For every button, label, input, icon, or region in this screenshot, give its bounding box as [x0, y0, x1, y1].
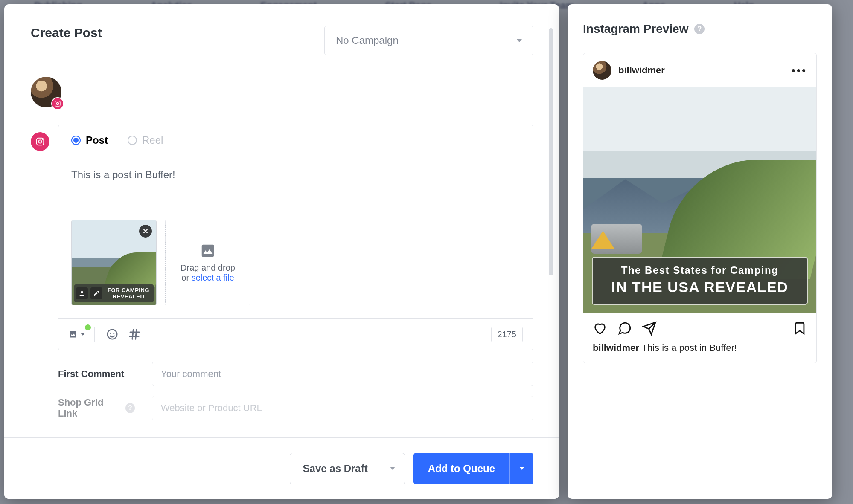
first-comment-label: First Comment	[58, 368, 135, 379]
preview-avatar	[593, 61, 611, 80]
composer: Post Reel This is a post in Buffer!	[58, 125, 533, 350]
shop-grid-input[interactable]: Website or Product URL	[152, 396, 533, 420]
save-draft-button[interactable]: Save as Draft	[290, 453, 405, 484]
first-comment-input[interactable]: Your comment	[152, 362, 533, 386]
account-avatar[interactable]	[31, 77, 61, 107]
bookmark-icon[interactable]	[792, 321, 807, 336]
edit-media-icon[interactable]	[90, 287, 102, 299]
svg-point-1	[56, 102, 58, 104]
preview-image: The Best States for Camping IN THE USA R…	[583, 87, 816, 313]
hashtag-button[interactable]	[126, 326, 143, 342]
add-to-queue-dropdown[interactable]	[509, 453, 533, 484]
svg-point-2	[59, 102, 60, 103]
campaign-value: No Campaign	[336, 35, 399, 46]
campaign-select[interactable]: No Campaign	[324, 26, 533, 55]
share-icon[interactable]	[642, 321, 657, 336]
modal-footer: Save as Draft Add to Queue	[4, 437, 559, 499]
preview-username: billwidmer	[618, 65, 665, 76]
svg-point-9	[113, 333, 115, 334]
chevron-down-icon	[517, 39, 522, 42]
save-draft-dropdown[interactable]	[381, 453, 405, 484]
instagram-preview-card: billwidmer ••• The Best States for Campi…	[583, 53, 817, 363]
more-options-icon[interactable]: •••	[792, 64, 807, 77]
remove-media-button[interactable]	[139, 225, 152, 238]
image-icon	[200, 243, 216, 259]
radio-unchecked-icon	[128, 136, 137, 145]
svg-point-6	[81, 291, 83, 293]
tab-post[interactable]: Post	[71, 134, 108, 146]
comment-icon[interactable]	[617, 321, 632, 336]
media-dropzone[interactable]: Drag and drop or select a file	[165, 220, 250, 305]
add-media-button[interactable]	[69, 326, 85, 342]
create-post-modal: Create Post No Campaign Post	[4, 4, 559, 499]
help-icon[interactable]: ?	[125, 403, 135, 413]
scrollbar[interactable]	[549, 28, 553, 275]
add-to-queue-button[interactable]: Add to Queue	[413, 453, 533, 484]
select-file-link[interactable]: select a file	[192, 273, 234, 282]
instagram-channel-icon	[31, 132, 49, 151]
preview-title: Instagram Preview	[583, 22, 688, 36]
chevron-down-icon	[81, 333, 85, 336]
thumb-banner-text: FOR CAMPING REVEALED	[105, 287, 152, 300]
status-dot-icon	[85, 324, 91, 330]
tag-people-icon[interactable]	[76, 287, 88, 299]
svg-point-5	[42, 139, 43, 140]
radio-checked-icon	[71, 136, 81, 145]
svg-point-7	[108, 330, 117, 339]
modal-title: Create Post	[31, 26, 102, 40]
media-thumbnail[interactable]: FOR CAMPING REVEALED	[71, 220, 157, 305]
tab-reel[interactable]: Reel	[128, 134, 163, 146]
emoji-button[interactable]	[104, 326, 120, 342]
preview-caption: billwidmer This is a post in Buffer!	[583, 340, 816, 363]
instagram-badge-icon	[51, 97, 64, 110]
svg-point-8	[110, 333, 112, 334]
tent-graphic-icon	[591, 231, 615, 249]
svg-point-4	[38, 140, 41, 143]
preview-panel: Instagram Preview ? billwidmer ••• The B…	[568, 4, 832, 499]
like-icon[interactable]	[593, 321, 607, 336]
separator	[94, 327, 95, 342]
help-icon[interactable]: ?	[694, 24, 705, 34]
character-count: 2175	[491, 327, 523, 342]
post-text-input[interactable]: This is a post in Buffer!	[58, 156, 533, 220]
shop-grid-label: Shop Grid Link ?	[58, 397, 135, 419]
